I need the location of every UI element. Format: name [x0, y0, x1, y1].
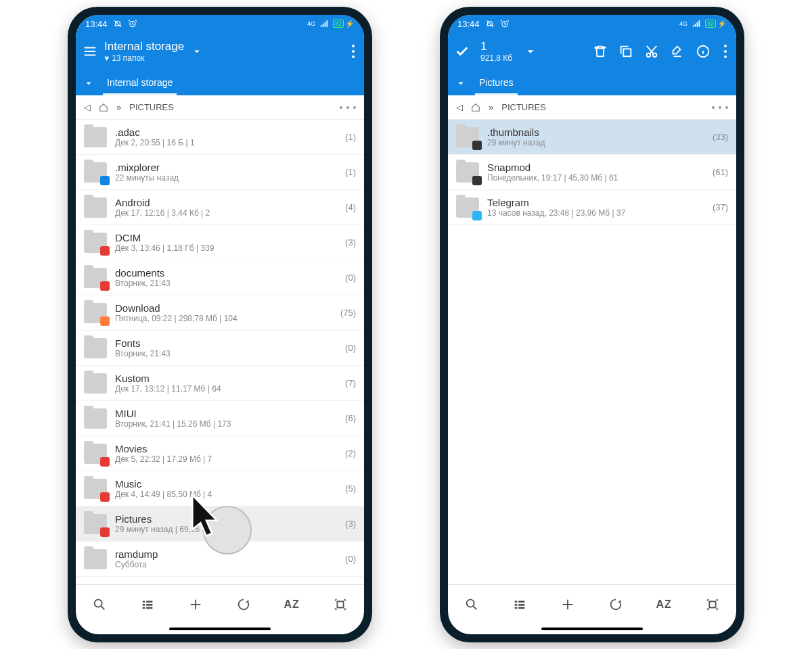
check-icon[interactable] — [455, 44, 470, 59]
folder-count: 13 папок — [112, 53, 144, 63]
folder-icon — [84, 549, 107, 569]
list-item[interactable]: Android Дек 17, 12:16 | 3,44 Кб | 2 (4) — [76, 190, 364, 225]
svg-rect-9 — [709, 601, 715, 607]
folder-icon — [456, 162, 479, 183]
item-meta: Вторник, 21:43 — [115, 279, 337, 288]
nav-bar[interactable] — [448, 623, 736, 634]
more-icon[interactable] — [349, 42, 357, 61]
list-item[interactable]: ramdump Суббота (0) — [76, 542, 364, 577]
item-count: (5) — [345, 483, 356, 494]
more-horiz-icon[interactable] — [340, 106, 356, 109]
battery-icon: 82 — [705, 20, 716, 28]
item-name: ramdump — [115, 548, 337, 560]
search-icon[interactable] — [92, 597, 107, 612]
alarm-icon — [500, 19, 510, 28]
sort-az-icon[interactable]: AZ — [656, 598, 671, 611]
cut-icon[interactable] — [644, 44, 659, 59]
more-icon[interactable] — [721, 42, 729, 61]
storage-title[interactable]: Internal storage — [104, 40, 184, 53]
app-badge-icon — [472, 141, 482, 150]
home-icon[interactable] — [99, 103, 108, 112]
list-item[interactable]: .thumbnails 29 минут назад (33) — [448, 120, 736, 155]
battery-icon: 82 — [333, 20, 344, 28]
chevron-down-icon[interactable] — [455, 77, 467, 89]
item-meta: Дек 17, 13:12 | 11,17 Мб | 64 — [115, 384, 337, 394]
item-meta: Суббота — [115, 560, 337, 569]
menu-icon[interactable] — [83, 44, 97, 59]
item-name: Telegram — [487, 197, 704, 208]
crumb-current[interactable]: PICTURES — [501, 102, 546, 112]
list-item[interactable]: Telegram 13 часов назад, 23:48 | 23,96 М… — [448, 190, 736, 225]
folder-list[interactable]: .thumbnails 29 минут назад (33) Snapmod … — [448, 120, 736, 584]
list-item[interactable]: documents Вторник, 21:43 (0) — [76, 260, 364, 295]
back-icon[interactable]: ◁ — [84, 102, 91, 112]
list-item[interactable]: .adac Дек 2, 20:55 | 16 Б | 1 (1) — [76, 120, 364, 155]
folder-icon — [84, 268, 107, 288]
item-name: Android — [115, 197, 337, 208]
network-4g: 4G — [307, 20, 315, 27]
add-icon[interactable] — [188, 597, 203, 612]
folder-list[interactable]: .adac Дек 2, 20:55 | 16 Б | 1 (1) .mixpl… — [76, 120, 364, 584]
crumb-current[interactable]: PICTURES — [129, 102, 174, 112]
select-all-icon[interactable] — [705, 597, 720, 612]
folder-icon — [84, 127, 107, 147]
item-count: (75) — [340, 308, 356, 318]
list-item[interactable]: Kustom Дек 17, 13:12 | 11,17 Мб | 64 (7) — [76, 366, 364, 401]
item-name: Kustom — [115, 373, 337, 384]
item-meta: Понедельник, 19:17 | 45,30 Мб | 61 — [487, 173, 704, 183]
more-horiz-icon[interactable] — [712, 106, 728, 109]
item-meta: Пятница, 09:22 | 298,78 Мб | 104 — [115, 314, 332, 323]
item-meta: 29 минут назад — [487, 138, 704, 147]
view-list-icon[interactable] — [140, 597, 155, 612]
refresh-icon[interactable] — [608, 597, 623, 612]
list-item[interactable]: Movies Дек 5, 22:32 | 17,29 Мб | 7 (2) — [76, 436, 364, 471]
list-item[interactable]: .mixplorer 22 минуты назад (1) — [76, 155, 364, 190]
rename-icon[interactable] — [670, 44, 685, 59]
sort-az-icon[interactable]: AZ — [284, 598, 299, 611]
item-count: (4) — [345, 202, 356, 212]
refresh-icon[interactable] — [236, 597, 251, 612]
item-meta: Вторник, 21:41 | 15,26 Мб | 173 — [115, 419, 337, 429]
search-icon[interactable] — [464, 597, 479, 612]
item-name: Download — [115, 302, 332, 314]
item-name: Fonts — [115, 337, 337, 349]
home-icon[interactable] — [471, 103, 480, 112]
alarm-icon — [128, 19, 137, 28]
item-count: (7) — [345, 378, 356, 388]
list-item[interactable]: Snapmod Понедельник, 19:17 | 45,30 Мб | … — [448, 155, 736, 190]
bottom-bar: AZ — [448, 584, 736, 623]
item-count: (0) — [345, 554, 356, 564]
nav-bar[interactable] — [76, 623, 364, 634]
svg-rect-2 — [337, 601, 343, 607]
select-all-icon[interactable] — [333, 597, 348, 612]
bottom-bar: AZ — [76, 584, 364, 623]
tab-internal[interactable]: Internal storage — [103, 70, 177, 95]
item-count: (0) — [345, 343, 356, 353]
breadcrumb: ◁ » PICTURES — [76, 95, 364, 120]
list-item[interactable]: DCIM Дек 3, 13:46 | 1,18 Гб | 339 (3) — [76, 225, 364, 260]
item-meta: Дек 4, 14:49 | 85,50 Мб | 4 — [115, 490, 337, 499]
view-list-icon[interactable] — [512, 597, 527, 612]
tab-pictures[interactable]: Pictures — [475, 70, 518, 95]
list-item[interactable]: Pictures 29 минут назад | 69,26 Мб | 100… — [76, 506, 364, 542]
copy-icon[interactable] — [618, 44, 633, 59]
folder-icon — [84, 233, 107, 253]
item-meta: Дек 5, 22:32 | 17,29 Мб | 7 — [115, 454, 337, 464]
list-item[interactable]: Download Пятница, 09:22 | 298,78 Мб | 10… — [76, 295, 364, 331]
info-icon[interactable] — [696, 44, 710, 59]
back-icon[interactable]: ◁ — [456, 102, 463, 112]
delete-icon[interactable] — [593, 44, 608, 59]
list-item[interactable]: MIUI Вторник, 21:41 | 15,26 Мб | 173 (6) — [76, 401, 364, 436]
folder-icon — [84, 514, 107, 534]
add-icon[interactable] — [560, 597, 575, 612]
app-badge-icon — [100, 176, 110, 185]
app-badge-icon — [100, 492, 110, 502]
list-item[interactable]: Fonts Вторник, 21:43 (0) — [76, 331, 364, 366]
chevron-down-icon[interactable] — [83, 77, 95, 89]
app-bar: Internal storage ♥13 папок — [76, 32, 364, 70]
dropdown-icon[interactable] — [523, 44, 538, 59]
list-item[interactable]: Music Дек 4, 14:49 | 85,50 Мб | 4 (5) — [76, 471, 364, 506]
dropdown-icon[interactable] — [191, 45, 203, 57]
tab-bar: Pictures — [448, 70, 736, 95]
item-meta: 13 часов назад, 23:48 | 23,96 Мб | 37 — [487, 208, 704, 218]
